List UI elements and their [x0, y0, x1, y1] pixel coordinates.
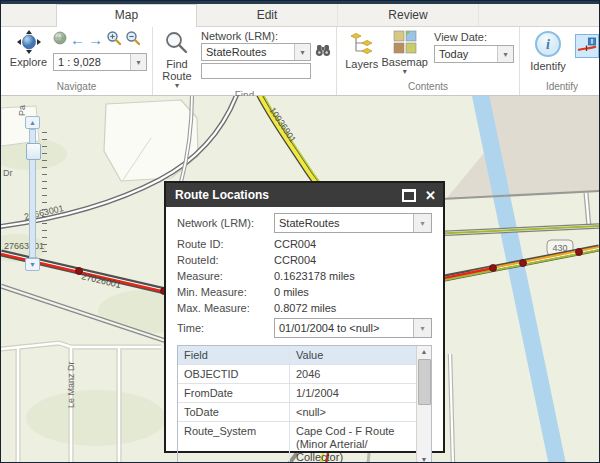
- group-label-navigate: Navigate: [1, 81, 152, 95]
- attribute-table-header: Field Value: [178, 346, 416, 364]
- zoom-out-icon[interactable]: [125, 30, 141, 50]
- dlg-network-value: StateRoutes: [275, 217, 413, 229]
- identify-icon: i: [534, 30, 562, 60]
- network-lrm-label: Network (LRM):: [201, 30, 331, 43]
- cell-field: ToDate: [178, 403, 290, 421]
- group-identify: i Identify Identify: [520, 27, 600, 95]
- table-row[interactable]: Route_System Cape Cod - F Route (Minor A…: [178, 421, 416, 463]
- dlg-max-measure-label: Max. Measure:: [177, 302, 274, 314]
- previous-extent-icon[interactable]: ←: [70, 32, 85, 48]
- identify-route-icon: [577, 36, 597, 56]
- table-row[interactable]: FromDate 1/1/2004: [178, 383, 416, 402]
- cell-value: 2046: [290, 365, 416, 383]
- explore-label: Explore: [10, 56, 47, 68]
- zoom-slider-ticks: [42, 132, 47, 256]
- dlg-network-combobox[interactable]: StateRoutes ▾: [274, 213, 432, 233]
- map-scale-value: 1 : 9,028: [54, 56, 130, 68]
- zoom-slider[interactable]: ▲ ▼: [25, 116, 40, 272]
- street-label-pa: Pa: [17, 105, 27, 116]
- chevron-down-icon[interactable]: ▾: [294, 44, 310, 60]
- view-date-combobox[interactable]: Today ▾: [434, 45, 514, 63]
- close-icon[interactable]: ✕: [425, 189, 436, 202]
- table-row[interactable]: OBJECTID 2046: [178, 364, 416, 383]
- group-navigate: Explore ← →: [1, 27, 153, 95]
- event-editor-window: Map Edit Review Explore: [0, 0, 600, 463]
- chevron-down-icon[interactable]: ▾: [413, 319, 431, 337]
- group-contents: Layers Basemap ▾: [337, 27, 520, 95]
- street-label-le-manz-dr: Le Manz Dr: [66, 361, 76, 408]
- cell-value: 1/1/2004: [290, 384, 416, 402]
- street-label-dr: Dr: [3, 168, 13, 178]
- find-route-button[interactable]: Find Route ▾: [158, 30, 196, 90]
- group-label-contents: Contents: [337, 81, 519, 95]
- identify-button[interactable]: i Identify: [525, 30, 571, 72]
- ribbon: Explore ← →: [1, 27, 599, 96]
- identify-label: Identify: [530, 60, 565, 72]
- tab-map[interactable]: Map: [56, 4, 197, 27]
- dlg-route-id-label: Route ID:: [177, 238, 274, 250]
- scroll-up-icon[interactable]: ▲: [421, 346, 428, 358]
- view-date-label: View Date:: [434, 30, 514, 44]
- dlg-time-combobox[interactable]: 01/01/2004 to <null> ▾: [274, 318, 432, 338]
- tab-review[interactable]: Review: [338, 4, 479, 26]
- layers-button[interactable]: Layers: [342, 30, 382, 70]
- explore-button[interactable]: Explore: [6, 30, 51, 68]
- globe-icon[interactable]: [53, 31, 67, 49]
- network-lrm-value: StateRoutes: [202, 46, 294, 58]
- road-stub-right: [586, 193, 589, 227]
- dlg-min-measure-value: 0 miles: [274, 286, 309, 298]
- chevron-down-icon: ▾: [175, 82, 179, 90]
- dlg-measure-value: 0.1623178 miles: [274, 270, 355, 282]
- next-extent-icon[interactable]: →: [88, 32, 103, 48]
- cell-field: FromDate: [178, 384, 290, 402]
- identify-route-locations-tool[interactable]: [575, 34, 599, 58]
- scrollbar-thumb[interactable]: [418, 359, 431, 405]
- view-date-value: Today: [435, 48, 497, 60]
- binoculars-icon[interactable]: [315, 43, 331, 61]
- layers-icon: [349, 30, 375, 58]
- svg-text:i: i: [546, 37, 550, 52]
- maximize-icon[interactable]: [402, 189, 416, 202]
- dlg-max-measure-value: 0.8072 miles: [274, 302, 336, 314]
- route-id-input[interactable]: [201, 63, 311, 79]
- zoom-slider-thumb[interactable]: [26, 143, 41, 160]
- route-locations-dialog: Route Locations ✕ Network (LRM): StateRo…: [164, 181, 445, 453]
- basemap-icon: [393, 30, 417, 56]
- zoom-slider-down-icon[interactable]: ▼: [25, 258, 40, 271]
- zoom-in-icon[interactable]: [106, 30, 122, 50]
- chevron-down-icon[interactable]: ▾: [130, 54, 146, 70]
- group-find: Find Route ▾ Network (LRM): StateRoutes …: [153, 27, 337, 95]
- scroll-down-icon[interactable]: ▼: [421, 454, 428, 463]
- dlg-routeid-value: CCR004: [274, 254, 316, 266]
- table-row[interactable]: ToDate <null>: [178, 402, 416, 421]
- dlg-time-value: 01/01/2004 to <null>: [275, 322, 413, 334]
- zoom-slider-up-icon[interactable]: ▲: [25, 116, 40, 129]
- find-route-magnifier-icon: [164, 30, 190, 58]
- map-scale-combobox[interactable]: 1 : 9,028 ▾: [53, 53, 147, 71]
- cell-field: Route_System: [178, 422, 290, 463]
- tab-edit[interactable]: Edit: [197, 4, 338, 26]
- cell-field: OBJECTID: [178, 365, 290, 383]
- cell-value: <null>: [290, 403, 416, 421]
- dlg-routeid-label: RouteId:: [177, 254, 274, 266]
- chevron-down-icon[interactable]: ▾: [497, 46, 513, 62]
- basemap-button[interactable]: Basemap ▾: [382, 30, 428, 76]
- chevron-down-icon[interactable]: ▾: [413, 214, 431, 232]
- explore-pan-icon: [17, 30, 41, 56]
- find-route-label: Find Route: [158, 58, 196, 82]
- table-scrollbar[interactable]: ▲ ▼: [416, 346, 431, 463]
- attribute-table: Field Value OBJECTID 2046 FromDate 1/1/2…: [177, 345, 432, 463]
- dlg-measure-label: Measure:: [177, 270, 274, 282]
- group-label-identify: Identify: [520, 81, 600, 95]
- chevron-down-icon: ▾: [403, 68, 407, 76]
- dlg-route-id-value: CCR004: [274, 238, 316, 250]
- col-header-value: Value: [290, 346, 416, 364]
- cell-value: Cape Cod - F Route (Minor Arterial/ Coll…: [290, 422, 416, 463]
- network-lrm-combobox[interactable]: StateRoutes ▾: [201, 43, 311, 61]
- road-right-of-dialog: [450, 354, 453, 463]
- dialog-titlebar[interactable]: Route Locations ✕: [166, 183, 443, 207]
- dialog-title: Route Locations: [175, 188, 269, 202]
- layers-label: Layers: [345, 58, 378, 70]
- map-canvas[interactable]: 430: [1, 96, 599, 463]
- dlg-time-label: Time:: [177, 322, 274, 334]
